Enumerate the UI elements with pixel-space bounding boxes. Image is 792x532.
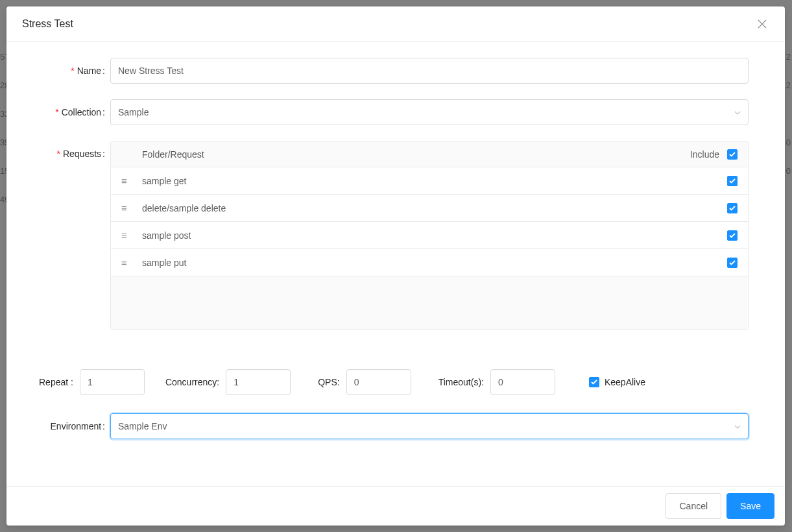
request-name: delete/sample delete [139, 203, 727, 213]
keepalive-label: KeepAlive [605, 377, 645, 387]
collection-select[interactable]: Sample [110, 99, 749, 125]
request-name: sample get [139, 176, 727, 186]
repeat-input[interactable] [80, 369, 145, 395]
drag-handle-icon[interactable]: ≡ [121, 230, 139, 241]
modal-footer: Cancel Save [6, 486, 785, 526]
drag-handle-icon[interactable]: ≡ [121, 202, 139, 213]
request-row: ≡ delete/sample delete [111, 195, 748, 222]
cancel-button[interactable]: Cancel [666, 493, 721, 519]
repeat-label: Repeat : [39, 377, 73, 387]
modal-body: *Name: *Collection: Sample *Reques [6, 42, 785, 486]
modal-header: Stress Test [6, 6, 785, 42]
request-name: sample post [139, 230, 727, 241]
request-name: sample put [139, 258, 727, 268]
chevron-down-icon [734, 422, 741, 431]
inline-options-row: Repeat : Concurrency: QPS: Timeout(s): K… [13, 369, 749, 395]
qps-label: QPS: [318, 377, 339, 387]
name-label: *Name: [13, 58, 110, 84]
include-checkbox[interactable] [727, 230, 738, 241]
environment-label: Environment: [13, 413, 110, 439]
timeout-label: Timeout(s): [438, 377, 484, 387]
stress-test-modal: Stress Test *Name: *Collection: Sample [6, 6, 785, 526]
requests-header-row: Folder/Request Include [111, 141, 748, 167]
request-row: ≡ sample get [111, 167, 748, 195]
requests-table: Folder/Request Include ≡ sample get [110, 141, 749, 330]
timeout-input[interactable] [490, 369, 555, 395]
drag-handle-icon[interactable]: ≡ [121, 257, 139, 268]
keepalive-checkbox[interactable] [589, 377, 599, 387]
drag-handle-icon[interactable]: ≡ [121, 175, 139, 186]
collection-value: Sample [118, 107, 149, 117]
concurrency-input[interactable] [226, 369, 291, 395]
qps-input[interactable] [346, 369, 411, 395]
include-checkbox[interactable] [727, 176, 738, 186]
environment-value: Sample Env [118, 421, 167, 431]
include-checkbox[interactable] [727, 258, 738, 268]
request-row: ≡ sample put [111, 249, 748, 276]
requests-empty-area [111, 276, 748, 330]
close-icon [758, 19, 767, 29]
collection-label: *Collection: [13, 99, 110, 125]
modal-title: Stress Test [22, 18, 73, 30]
include-header: Include [690, 149, 719, 160]
chevron-down-icon [734, 108, 741, 117]
close-button[interactable] [755, 17, 769, 31]
concurrency-label: Concurrency: [165, 377, 219, 387]
include-checkbox[interactable] [727, 203, 738, 213]
environment-select[interactable]: Sample Env [110, 413, 749, 439]
requests-label: *Requests: [13, 141, 110, 167]
folder-request-header: Folder/Request [139, 149, 690, 160]
include-all-checkbox[interactable] [727, 149, 738, 160]
name-input[interactable] [110, 58, 749, 84]
save-button[interactable]: Save [726, 493, 774, 519]
request-row: ≡ sample post [111, 222, 748, 249]
